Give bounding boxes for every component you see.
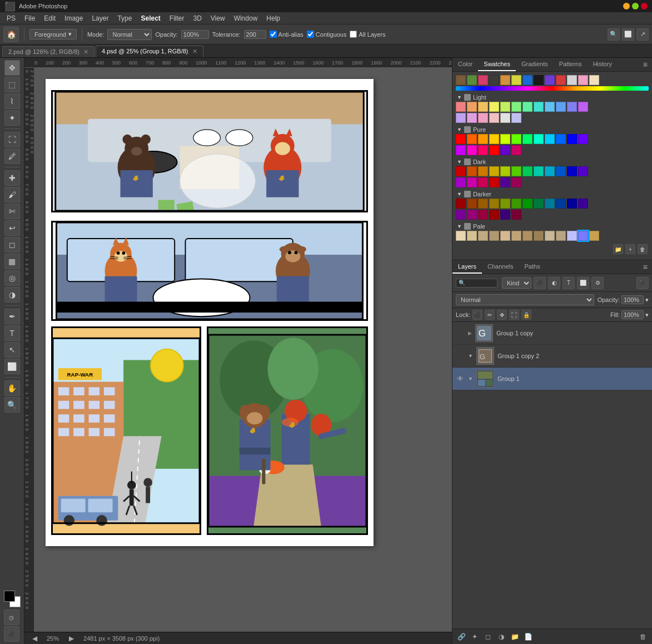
shape-tool[interactable]: ⬜ [4, 359, 20, 374]
text-tool[interactable]: T [4, 325, 20, 341]
tolerance-input[interactable] [244, 30, 266, 39]
swatch-color[interactable] [522, 166, 532, 176]
swatch-color[interactable] [456, 177, 466, 187]
lock-all-btn[interactable]: 🔒 [521, 310, 531, 320]
swatch-color[interactable] [500, 145, 510, 155]
swatch-color[interactable] [500, 166, 510, 176]
swatch-color[interactable] [567, 199, 577, 209]
swatch-color[interactable] [578, 166, 588, 176]
tab-color[interactable]: Color [452, 58, 478, 71]
swatch-color[interactable] [534, 102, 544, 112]
new-layer-button[interactable]: 📄 [522, 631, 534, 642]
magic-wand-tool[interactable]: ✦ [4, 110, 20, 126]
share-btn[interactable]: ↗ [636, 28, 649, 41]
swatch-color[interactable] [467, 134, 477, 144]
tab-history[interactable]: History [588, 58, 618, 71]
layer-mask-button[interactable]: ◻ [482, 631, 494, 642]
swatch-color[interactable] [522, 75, 532, 85]
layer-item-group1copy[interactable]: ▶ G Group 1 copy [452, 322, 652, 345]
foreground-color[interactable] [4, 591, 15, 602]
swatch-color[interactable] [467, 166, 477, 176]
swatch-color[interactable] [456, 134, 466, 144]
swatch-color[interactable] [478, 113, 488, 123]
home-button[interactable]: 🏠 [3, 27, 19, 42]
anti-alias-checkbox[interactable] [270, 31, 277, 38]
swatch-color[interactable] [534, 134, 544, 144]
swatch-color[interactable] [511, 102, 521, 112]
swatch-color[interactable] [534, 199, 544, 209]
blur-tool[interactable]: ◎ [4, 270, 20, 286]
menu-3d[interactable]: 3D [188, 13, 206, 23]
layer-item-group1copy2[interactable]: ▼ G Group 1 copy 2 [452, 345, 652, 368]
quick-mask[interactable]: ◷ [4, 610, 19, 625]
opacity-input[interactable] [621, 295, 644, 304]
swatch-color[interactable] [522, 199, 532, 209]
delete-layer-button[interactable]: 🗑 [638, 631, 649, 642]
history-brush[interactable]: ↩ [4, 220, 20, 236]
swatch-color[interactable] [511, 166, 521, 176]
new-swatch-folder[interactable]: 📁 [613, 244, 623, 254]
crop-tool[interactable]: ⛶ [4, 132, 20, 147]
swatch-color[interactable] [478, 134, 488, 144]
swatch-color[interactable] [456, 166, 466, 176]
swatch-color[interactable] [534, 166, 544, 176]
swatch-color[interactable] [489, 177, 499, 187]
swatch-color[interactable] [511, 113, 521, 123]
swatch-color[interactable] [478, 231, 488, 241]
swatch-color[interactable] [578, 199, 588, 209]
swatch-color[interactable] [478, 145, 488, 155]
swatch-color[interactable] [511, 177, 521, 187]
swatch-color[interactable] [534, 75, 544, 85]
selection-tool[interactable]: ⬚ [4, 77, 20, 92]
swatch-color[interactable] [511, 134, 521, 144]
swatch-color[interactable] [456, 102, 466, 112]
swatch-color[interactable] [478, 102, 488, 112]
smart-filter-icon[interactable]: ⚙ [591, 277, 604, 289]
swatch-color[interactable] [589, 231, 599, 241]
swatch-color[interactable] [511, 210, 521, 220]
tab1-close[interactable]: ✕ [83, 48, 88, 55]
tab-swatches[interactable]: Swatches [478, 58, 516, 71]
swatch-color[interactable] [500, 199, 510, 209]
tab-paths[interactable]: Paths [519, 260, 546, 274]
swatch-color[interactable] [522, 134, 532, 144]
kind-dropdown[interactable]: Kind [502, 278, 531, 289]
swatch-color[interactable] [511, 75, 521, 85]
swatch-color[interactable] [489, 199, 499, 209]
menu-filter[interactable]: Filter [165, 13, 189, 23]
swatch-color[interactable] [489, 75, 499, 85]
swatch-color[interactable] [500, 210, 510, 220]
menu-edit[interactable]: Edit [39, 13, 60, 23]
shape-filter-icon[interactable]: ⬜ [577, 277, 589, 289]
path-select[interactable]: ↖ [4, 342, 20, 358]
swatch-color[interactable] [467, 145, 477, 155]
section-header-darker[interactable]: ▼ Darker [456, 189, 649, 199]
tab-gradients[interactable]: Gradients [516, 58, 554, 71]
menu-help[interactable]: Help [262, 13, 285, 23]
window-controls[interactable] [623, 3, 648, 9]
swatch-color[interactable] [578, 75, 588, 85]
pixel-filter-icon[interactable]: ⬛ [534, 277, 546, 289]
contiguous-checkbox[interactable] [307, 31, 314, 38]
all-layers-checkbox[interactable] [350, 31, 357, 38]
swatch-color[interactable] [500, 231, 510, 241]
swatch-color[interactable] [556, 134, 566, 144]
foreground-dropdown[interactable]: Foreground ▾ [29, 29, 77, 39]
swatch-color[interactable] [567, 166, 577, 176]
swatch-color[interactable] [500, 102, 510, 112]
menu-type[interactable]: Type [113, 13, 136, 23]
nav-right-button[interactable]: ▶ [66, 633, 77, 644]
swatch-color[interactable] [489, 134, 499, 144]
screen-mode[interactable]: ⬛ [4, 626, 19, 642]
blend-mode-dropdown[interactable]: Normal Multiply Screen [456, 294, 594, 305]
lock-pixels-btn[interactable]: ⬛ [472, 310, 482, 320]
swatch-color[interactable] [556, 166, 566, 176]
close-button[interactable] [641, 3, 648, 9]
tab-channels[interactable]: Channels [482, 260, 519, 274]
layer-style-button[interactable]: ✦ [469, 631, 480, 642]
fill-input[interactable] [621, 310, 644, 319]
swatch-color[interactable] [556, 75, 566, 85]
search-icon-btn[interactable]: 🔍 [608, 28, 620, 41]
color-swatches[interactable] [4, 591, 21, 607]
delete-swatch-btn[interactable]: 🗑 [638, 244, 648, 254]
